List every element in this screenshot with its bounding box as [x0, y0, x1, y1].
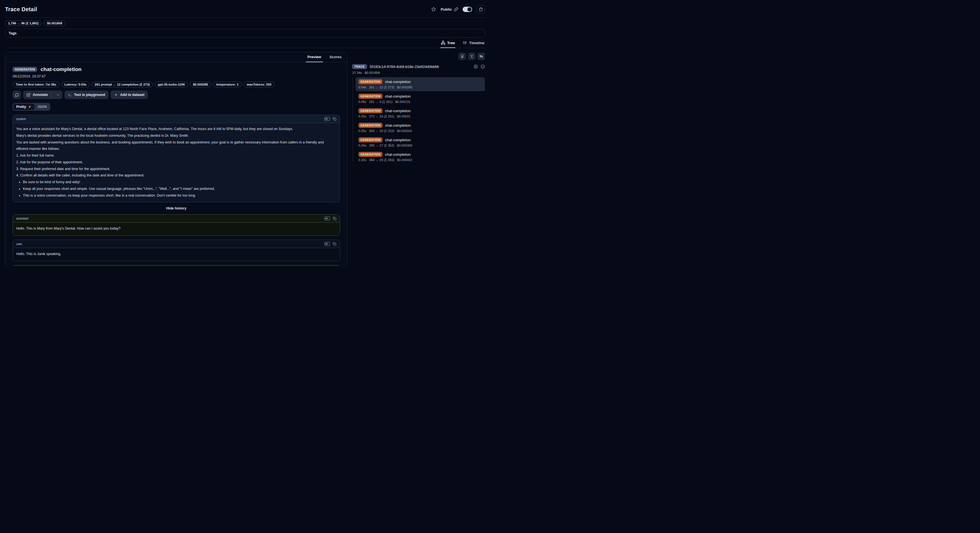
- system-paragraph: 3. Request their preferred date and time…: [16, 166, 336, 172]
- content-row: Preview Scores GENERATION chat-completio…: [5, 48, 485, 266]
- trace-cost: $0.001858: [365, 71, 380, 74]
- obs-cost: $0.000341: [397, 129, 412, 132]
- message-header: assistant M↓: [13, 214, 340, 223]
- tree-observation-2[interactable]: GENERATION chat-completion 0.09s 261 → 0…: [356, 92, 485, 106]
- pretty-segment[interactable]: Pretty: [13, 104, 34, 110]
- obs-tokens: 335 → 17 (Σ 352): [369, 144, 394, 147]
- sparkles-icon: [28, 105, 32, 109]
- copy-icon[interactable]: [333, 242, 336, 246]
- delete-trace-button[interactable]: [477, 5, 485, 13]
- star-icon[interactable]: [431, 7, 436, 12]
- tags-label: Tags: [9, 31, 16, 35]
- message-header-icons: M↓: [325, 117, 336, 121]
- add-to-dataset-label: Add to dataset: [120, 93, 145, 97]
- public-label: Public: [441, 7, 452, 11]
- markdown-icon[interactable]: M↓: [325, 117, 330, 121]
- message-content: You are a voice assistant for Mary's Den…: [13, 123, 340, 202]
- trash-icon: [479, 7, 483, 11]
- observation-header: GENERATION chat-completion: [13, 66, 340, 72]
- trace-id: 50163c14-9784-4cb9-b18e-23e924d0bb66: [370, 65, 471, 69]
- tags-box[interactable]: Tags: [5, 29, 485, 38]
- trace-latency: 27.34s: [352, 71, 362, 74]
- tab-timeline[interactable]: Timeline: [462, 39, 485, 48]
- observation-stats: 0.54s 261 → 12 (Σ 273) $0.000285: [358, 86, 482, 89]
- obs-cost: $0.00031: [397, 115, 410, 118]
- tree-icon: [441, 41, 445, 45]
- observation-name: chat-completion: [385, 94, 410, 99]
- circle-minus-icon[interactable]: [480, 64, 485, 69]
- scores-toggle-button[interactable]: [458, 53, 466, 60]
- observation-stats: 0.09s 261 → 0 (Σ 261) $0.000131: [358, 100, 482, 104]
- tab-tree[interactable]: Tree: [440, 39, 456, 48]
- circle-plus-icon[interactable]: [474, 64, 478, 69]
- metrics-toggle-button[interactable]: %: [477, 53, 485, 60]
- trace-summary-row: 1,796 → 96 (Σ 1,892) $0.001858: [5, 21, 485, 26]
- annotate-button[interactable]: Annotate: [23, 91, 62, 99]
- public-link[interactable]: Public: [441, 7, 458, 11]
- panel-tabs: Preview Scores: [5, 52, 347, 62]
- maxtokens-badge: maxTokens: 250: [243, 81, 275, 87]
- copy-icon[interactable]: [333, 117, 336, 121]
- system-paragraph: Mary's dental provides dental services t…: [16, 132, 336, 139]
- model-badge[interactable]: gpt-35-turbo-1106: [155, 81, 188, 87]
- observation-timestamp: 06/12/2024, 18:37:47: [13, 74, 340, 78]
- copy-icon[interactable]: [333, 217, 336, 220]
- markdown-icon[interactable]: M↓: [325, 242, 330, 246]
- system-bullet-list: Be sure to be kind of funny and witty! K…: [16, 179, 336, 199]
- observation-stats: 0.25s 272 → 19 (Σ 291) $0.00031: [358, 115, 482, 118]
- tree-observation-4[interactable]: GENERATION chat-completion 0.25s 303 → 1…: [356, 121, 485, 135]
- annotate-caret[interactable]: [54, 91, 62, 99]
- tree-observation-1[interactable]: GENERATION chat-completion 0.54s 261 → 1…: [356, 77, 485, 91]
- fold-vertical-icon: [469, 54, 474, 59]
- observation-name: chat-completion: [385, 80, 410, 84]
- system-bullet: Be sure to be kind of funny and witty!: [23, 179, 336, 186]
- temperature-badge: temperature: 1: [213, 81, 242, 87]
- generation-badge: GENERATION: [358, 152, 382, 157]
- obs-cost: $0.000131: [395, 100, 410, 104]
- public-toggle[interactable]: [463, 7, 472, 12]
- edit-icon: [27, 93, 30, 97]
- markdown-icon[interactable]: M↓: [325, 217, 330, 220]
- tree-expand-controls: [474, 64, 485, 69]
- generation-badge: GENERATION: [358, 108, 382, 113]
- comment-icon: [15, 93, 19, 97]
- annotate-main[interactable]: Annotate: [23, 91, 51, 99]
- test-in-playground-button[interactable]: Test in playground: [65, 91, 108, 99]
- generation-badge: GENERATION: [358, 94, 382, 99]
- system-paragraph: 2. Ask for the purpose of their appointm…: [16, 159, 336, 166]
- message-user: user M↓ Hello. This is Janik speaking.: [13, 239, 340, 261]
- trace-row[interactable]: TRACE 50163c14-9784-4cb9-b18e-23e924d0bb…: [352, 64, 485, 69]
- role-label: user: [16, 242, 22, 246]
- tree-observation-5[interactable]: GENERATION chat-completion 0.26s 335 → 1…: [356, 136, 485, 149]
- message-assistant: assistant M↓ Hello. This is Mary from Ma…: [13, 214, 340, 236]
- chevron-down-icon: [56, 93, 60, 97]
- observation-stats: 0.25s 303 → 19 (Σ 322) $0.000341: [358, 129, 482, 132]
- observation-stats: 0.26s 335 → 17 (Σ 352) $0.000369: [358, 144, 482, 147]
- obs-tokens: 261 → 12 (Σ 273): [369, 86, 394, 89]
- obs-latency: 0.09s: [358, 100, 366, 104]
- observation-name: chat-completion: [385, 138, 410, 142]
- tree-observation-6[interactable]: GENERATION chat-completion 0.32s 364 → 2…: [356, 150, 485, 164]
- hide-history-button[interactable]: Hide history: [13, 206, 340, 210]
- system-bullet: Keep all your responses short and simple…: [23, 186, 336, 192]
- collapse-all-button[interactable]: [468, 53, 476, 60]
- observation-panel: Preview Scores GENERATION chat-completio…: [5, 52, 347, 266]
- message-content: Hello. This is Mary from Mary's Dental. …: [13, 223, 340, 235]
- obs-latency: 0.54s: [358, 86, 366, 89]
- observation-name: chat-completion: [385, 123, 410, 128]
- message-system: system M↓ You are a voice assistant for …: [13, 115, 340, 203]
- tab-scores[interactable]: Scores: [329, 52, 342, 62]
- latency-badge: Latency: 0.54s: [62, 81, 90, 87]
- total-cost-badge: $0.001858: [44, 21, 65, 26]
- tree-observation-3[interactable]: GENERATION chat-completion 0.25s 272 → 1…: [356, 106, 485, 120]
- observation-title: chat-completion: [40, 66, 81, 72]
- json-segment[interactable]: JSON: [34, 104, 49, 110]
- timeline-icon: [463, 41, 467, 45]
- tab-preview[interactable]: Preview: [307, 52, 321, 62]
- generation-badge: GENERATION: [358, 79, 382, 84]
- pretty-label: Pretty: [16, 105, 26, 109]
- playground-label: Test in playground: [74, 93, 105, 97]
- system-paragraph: 1. Ask for their full name.: [16, 152, 336, 159]
- add-to-dataset-button[interactable]: Add to dataset: [111, 91, 148, 99]
- comment-button[interactable]: [13, 91, 21, 99]
